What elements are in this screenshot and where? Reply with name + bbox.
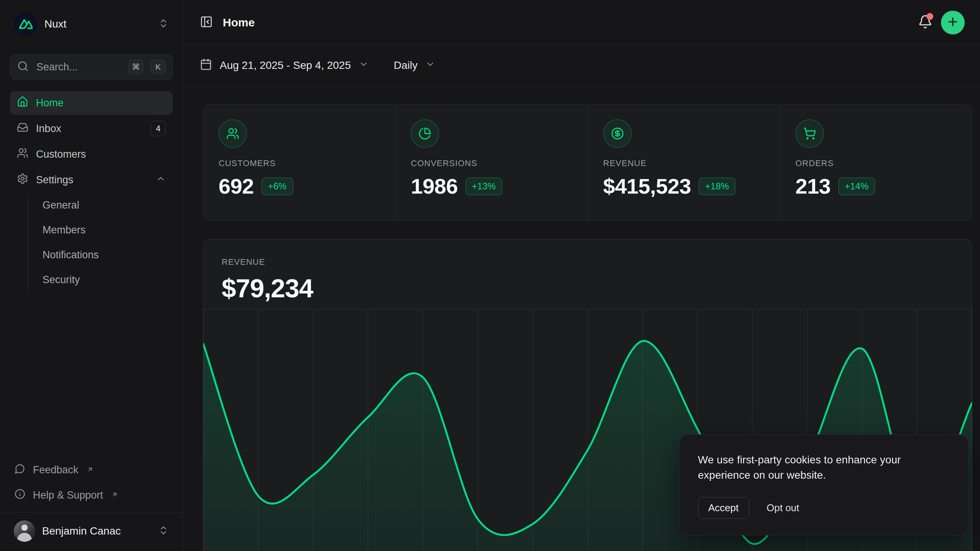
add-button[interactable] [941, 11, 965, 34]
settings-subnav: General Members Notifications Security [28, 194, 173, 292]
sidebar-footer-links: Feedback Help & Support [10, 458, 173, 507]
info-icon [15, 489, 25, 502]
panel-left-close-icon [200, 15, 213, 29]
stat-card-customers: CUSTOMERS 692 +6% [203, 105, 395, 220]
calendar-icon [200, 58, 212, 73]
chevron-down-icon [425, 59, 435, 72]
chevron-up-icon [156, 174, 166, 186]
arrow-up-right-icon [111, 489, 118, 500]
notifications-button[interactable] [918, 15, 933, 30]
revenue-chart-value: $79,234 [222, 273, 972, 303]
sidebar-item-home[interactable]: Home [10, 91, 173, 115]
stat-value: $415,523 [603, 174, 691, 199]
arrow-up-right-icon [87, 463, 93, 475]
help-support-link[interactable]: Help & Support [10, 483, 173, 507]
feedback-label: Feedback [33, 464, 78, 476]
chevrons-up-down-icon [158, 18, 169, 30]
message-circle-icon [15, 463, 25, 477]
stat-label: REVENUE [603, 158, 764, 168]
sidebar-spacer [10, 292, 173, 458]
plus-icon [946, 15, 959, 29]
notification-dot [926, 13, 933, 20]
sidebar: Nuxt Search... ⌘ K Home [0, 0, 183, 551]
search-placeholder: Search... [36, 61, 121, 73]
user-menu[interactable]: Benjamin Canac [10, 515, 173, 547]
kbd-k: K [151, 60, 165, 74]
house-icon [17, 96, 28, 110]
accept-button[interactable]: Accept [698, 497, 749, 519]
chevrons-up-down-icon [158, 525, 169, 537]
opt-out-button[interactable]: Opt out [767, 497, 799, 518]
cookie-message: We use first-party cookies to enhance yo… [698, 452, 937, 483]
stat-delta-badge: +13% [466, 178, 502, 195]
filters-toolbar: Aug 21, 2025 - Sep 4, 2025 Daily [183, 45, 980, 86]
sidebar-item-security[interactable]: Security [39, 268, 173, 292]
stats-grid: CUSTOMERS 692 +6% CONVERSIONS 1986 +13% [203, 104, 972, 221]
avatar [14, 520, 35, 542]
gear-icon [17, 173, 28, 187]
stat-label: ORDERS [795, 158, 957, 168]
sidebar-item-general[interactable]: General [39, 194, 173, 217]
users-icon [17, 147, 28, 161]
granularity-select[interactable]: Daily [394, 59, 435, 72]
sidebar-item-label: Customers [36, 148, 166, 160]
cookie-consent-toast: We use first-party cookies to enhance yo… [679, 434, 969, 535]
kbd-cmd: ⌘ [129, 60, 143, 74]
stat-delta-badge: +18% [699, 178, 735, 195]
help-support-label: Help & Support [33, 489, 103, 501]
date-range-picker[interactable]: Aug 21, 2025 - Sep 4, 2025 [200, 58, 369, 73]
sidebar-item-members[interactable]: Members [39, 218, 173, 242]
search-input[interactable]: Search... ⌘ K [10, 54, 173, 80]
stat-card-conversions: CONVERSIONS 1986 +13% [395, 105, 587, 220]
date-range-label: Aug 21, 2025 - Sep 4, 2025 [220, 59, 351, 72]
sidebar-item-customers[interactable]: Customers [10, 142, 173, 166]
feedback-link[interactable]: Feedback [10, 458, 173, 482]
inbox-count-badge: 4 [150, 121, 166, 136]
page-title: Home [223, 16, 255, 29]
sidebar-item-settings[interactable]: Settings [10, 168, 173, 192]
granularity-label: Daily [394, 59, 418, 72]
stat-delta-badge: +14% [838, 178, 875, 195]
users-icon [219, 119, 247, 148]
user-name: Benjamin Canac [42, 525, 151, 537]
pie-chart-icon [411, 119, 439, 148]
search-icon [17, 60, 29, 73]
collapse-sidebar-button[interactable] [200, 15, 213, 29]
stat-value: 692 [219, 174, 254, 199]
header-actions [918, 11, 965, 34]
stat-card-revenue: REVENUE $415,523 +18% [588, 105, 780, 220]
revenue-chart-header: REVENUE $79,234 [203, 240, 972, 303]
stat-value: 213 [795, 174, 831, 199]
sidebar-item-label: Settings [36, 174, 148, 186]
sidebar-divider [0, 512, 183, 513]
cookie-actions: Accept Opt out [698, 497, 950, 519]
sidebar-nav: Home Inbox 4 Customers Settings [10, 91, 173, 292]
stat-label: CONVERSIONS [411, 158, 572, 168]
sidebar-item-inbox[interactable]: Inbox 4 [10, 117, 173, 140]
sidebar-item-label: Home [36, 97, 166, 109]
stat-card-orders: ORDERS 213 +14% [780, 105, 972, 220]
shopping-cart-icon [795, 119, 824, 148]
workspace-selector[interactable]: Nuxt [10, 11, 173, 37]
sidebar-item-notifications[interactable]: Notifications [39, 243, 173, 267]
inbox-icon [17, 122, 28, 136]
stat-delta-badge: +6% [261, 178, 293, 195]
circle-dollar-icon [603, 119, 632, 148]
revenue-chart-label: REVENUE [222, 257, 972, 267]
sidebar-item-label: Inbox [36, 123, 143, 135]
stat-label: CUSTOMERS [219, 158, 380, 168]
page-header: Home [183, 0, 980, 45]
workspace-name: Nuxt [44, 18, 151, 30]
nuxt-logo-icon [14, 12, 38, 36]
stat-value: 1986 [411, 174, 458, 199]
chevron-down-icon [359, 59, 369, 72]
